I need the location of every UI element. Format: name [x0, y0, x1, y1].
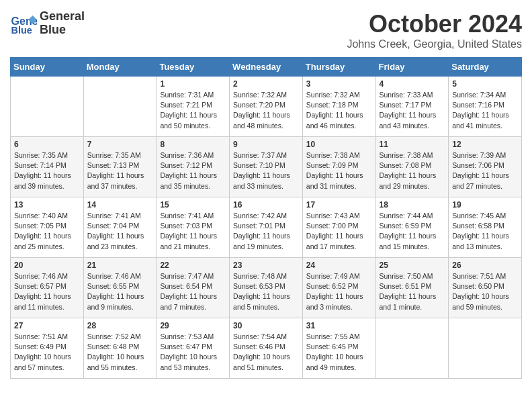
calendar-day-cell: 4Sunrise: 7:33 AM Sunset: 7:17 PM Daylig…: [375, 77, 449, 137]
calendar-day-cell: 5Sunrise: 7:34 AM Sunset: 7:16 PM Daylig…: [449, 77, 522, 137]
day-detail: Sunrise: 7:36 AM Sunset: 7:12 PM Dayligh…: [160, 150, 226, 191]
calendar-day-cell: 31Sunrise: 7:55 AM Sunset: 6:45 PM Dayli…: [302, 318, 375, 379]
calendar-day-cell: 27Sunrise: 7:51 AM Sunset: 6:49 PM Dayli…: [11, 318, 84, 379]
calendar-day-cell: 9Sunrise: 7:37 AM Sunset: 7:10 PM Daylig…: [230, 137, 303, 197]
weekday-label: Monday: [83, 58, 157, 77]
logo-text: General Blue: [40, 10, 85, 37]
day-detail: Sunrise: 7:35 AM Sunset: 7:14 PM Dayligh…: [14, 150, 80, 191]
day-detail: Sunrise: 7:31 AM Sunset: 7:21 PM Dayligh…: [160, 90, 226, 131]
day-detail: Sunrise: 7:52 AM Sunset: 6:48 PM Dayligh…: [87, 332, 153, 373]
day-number: 26: [452, 261, 518, 270]
calendar-day-cell: 24Sunrise: 7:49 AM Sunset: 6:52 PM Dayli…: [302, 258, 375, 318]
weekday-label: Tuesday: [157, 58, 230, 77]
calendar-day-cell: 20Sunrise: 7:46 AM Sunset: 6:57 PM Dayli…: [11, 258, 84, 318]
calendar-day-cell: 30Sunrise: 7:54 AM Sunset: 6:46 PM Dayli…: [230, 318, 303, 379]
calendar-body: 1Sunrise: 7:31 AM Sunset: 7:21 PM Daylig…: [11, 77, 522, 379]
day-number: 16: [233, 200, 299, 210]
calendar-day-cell: 12Sunrise: 7:39 AM Sunset: 7:06 PM Dayli…: [449, 137, 522, 197]
calendar-day-cell: 18Sunrise: 7:44 AM Sunset: 6:59 PM Dayli…: [375, 197, 449, 258]
day-detail: Sunrise: 7:43 AM Sunset: 7:00 PM Dayligh…: [306, 211, 372, 252]
day-number: 20: [14, 261, 80, 270]
weekday-header-row: SundayMondayTuesdayWednesdayThursdayFrid…: [11, 58, 522, 77]
weekday-label: Friday: [375, 58, 449, 77]
day-number: 27: [14, 321, 80, 330]
calendar-subtitle: Johns Creek, Georgia, United States: [347, 38, 522, 50]
calendar-day-cell: 2Sunrise: 7:32 AM Sunset: 7:20 PM Daylig…: [230, 77, 303, 137]
day-detail: Sunrise: 7:42 AM Sunset: 7:01 PM Dayligh…: [233, 211, 299, 252]
day-detail: Sunrise: 7:44 AM Sunset: 6:59 PM Dayligh…: [380, 211, 445, 252]
day-number: 29: [160, 321, 226, 330]
day-detail: Sunrise: 7:37 AM Sunset: 7:10 PM Dayligh…: [233, 150, 299, 191]
weekday-label: Sunday: [11, 58, 84, 77]
day-detail: Sunrise: 7:46 AM Sunset: 6:55 PM Dayligh…: [87, 271, 153, 312]
calendar-day-cell: 26Sunrise: 7:51 AM Sunset: 6:50 PM Dayli…: [449, 258, 522, 318]
day-number: 15: [160, 200, 226, 210]
calendar-day-cell: [449, 318, 522, 379]
day-detail: Sunrise: 7:34 AM Sunset: 7:16 PM Dayligh…: [452, 90, 518, 131]
day-number: 12: [452, 140, 518, 149]
logo: General Blue General Blue: [10, 10, 85, 37]
calendar-day-cell: 15Sunrise: 7:41 AM Sunset: 7:03 PM Dayli…: [157, 197, 230, 258]
calendar-day-cell: [83, 77, 157, 137]
day-number: 30: [233, 321, 299, 330]
day-detail: Sunrise: 7:32 AM Sunset: 7:18 PM Dayligh…: [306, 90, 372, 131]
calendar-table: SundayMondayTuesdayWednesdayThursdayFrid…: [10, 57, 522, 379]
calendar-day-cell: 11Sunrise: 7:38 AM Sunset: 7:08 PM Dayli…: [375, 137, 449, 197]
calendar-week-row: 27Sunrise: 7:51 AM Sunset: 6:49 PM Dayli…: [11, 318, 522, 379]
day-number: 7: [87, 140, 153, 149]
day-number: 13: [14, 200, 80, 210]
day-detail: Sunrise: 7:51 AM Sunset: 6:49 PM Dayligh…: [14, 332, 80, 373]
svg-text:Blue: Blue: [11, 25, 32, 36]
day-number: 17: [306, 200, 372, 210]
day-number: 25: [380, 261, 445, 270]
day-detail: Sunrise: 7:35 AM Sunset: 7:13 PM Dayligh…: [87, 150, 153, 191]
calendar-day-cell: 19Sunrise: 7:45 AM Sunset: 6:58 PM Dayli…: [449, 197, 522, 258]
calendar-week-row: 20Sunrise: 7:46 AM Sunset: 6:57 PM Dayli…: [11, 258, 522, 318]
logo-line2: Blue: [40, 24, 85, 37]
day-number: 11: [380, 140, 445, 149]
calendar-day-cell: 13Sunrise: 7:40 AM Sunset: 7:05 PM Dayli…: [11, 197, 84, 258]
day-number: 31: [306, 321, 372, 330]
calendar-title: October 2024: [347, 10, 522, 38]
calendar-day-cell: [11, 77, 84, 137]
day-detail: Sunrise: 7:51 AM Sunset: 6:50 PM Dayligh…: [452, 271, 518, 312]
day-number: 8: [160, 140, 226, 149]
day-detail: Sunrise: 7:48 AM Sunset: 6:53 PM Dayligh…: [233, 271, 299, 312]
day-number: 9: [233, 140, 299, 149]
calendar-day-cell: 29Sunrise: 7:53 AM Sunset: 6:47 PM Dayli…: [157, 318, 230, 379]
calendar-day-cell: 1Sunrise: 7:31 AM Sunset: 7:21 PM Daylig…: [157, 77, 230, 137]
day-detail: Sunrise: 7:49 AM Sunset: 6:52 PM Dayligh…: [306, 271, 372, 312]
weekday-label: Wednesday: [230, 58, 303, 77]
day-number: 4: [380, 79, 445, 89]
calendar-day-cell: 22Sunrise: 7:47 AM Sunset: 6:54 PM Dayli…: [157, 258, 230, 318]
day-number: 28: [87, 321, 153, 330]
day-detail: Sunrise: 7:53 AM Sunset: 6:47 PM Dayligh…: [160, 332, 226, 373]
logo-icon: General Blue: [10, 10, 37, 37]
calendar-day-cell: 23Sunrise: 7:48 AM Sunset: 6:53 PM Dayli…: [230, 258, 303, 318]
day-detail: Sunrise: 7:45 AM Sunset: 6:58 PM Dayligh…: [452, 211, 518, 252]
calendar-day-cell: 16Sunrise: 7:42 AM Sunset: 7:01 PM Dayli…: [230, 197, 303, 258]
calendar-day-cell: 8Sunrise: 7:36 AM Sunset: 7:12 PM Daylig…: [157, 137, 230, 197]
day-detail: Sunrise: 7:41 AM Sunset: 7:04 PM Dayligh…: [87, 211, 153, 252]
calendar-week-row: 1Sunrise: 7:31 AM Sunset: 7:21 PM Daylig…: [11, 77, 522, 137]
day-detail: Sunrise: 7:41 AM Sunset: 7:03 PM Dayligh…: [160, 211, 226, 252]
weekday-label: Saturday: [449, 58, 522, 77]
day-number: 6: [14, 140, 80, 149]
day-detail: Sunrise: 7:54 AM Sunset: 6:46 PM Dayligh…: [233, 332, 299, 373]
day-detail: Sunrise: 7:38 AM Sunset: 7:09 PM Dayligh…: [306, 150, 372, 191]
calendar-day-cell: 25Sunrise: 7:50 AM Sunset: 6:51 PM Dayli…: [375, 258, 449, 318]
calendar-day-cell: [375, 318, 449, 379]
calendar-day-cell: 28Sunrise: 7:52 AM Sunset: 6:48 PM Dayli…: [83, 318, 157, 379]
calendar-day-cell: 17Sunrise: 7:43 AM Sunset: 7:00 PM Dayli…: [302, 197, 375, 258]
title-block: October 2024 Johns Creek, Georgia, Unite…: [347, 10, 522, 50]
day-number: 19: [452, 200, 518, 210]
day-number: 1: [160, 79, 226, 89]
day-number: 3: [306, 79, 372, 89]
day-detail: Sunrise: 7:32 AM Sunset: 7:20 PM Dayligh…: [233, 90, 299, 131]
calendar-day-cell: 6Sunrise: 7:35 AM Sunset: 7:14 PM Daylig…: [11, 137, 84, 197]
calendar-day-cell: 21Sunrise: 7:46 AM Sunset: 6:55 PM Dayli…: [83, 258, 157, 318]
calendar-day-cell: 10Sunrise: 7:38 AM Sunset: 7:09 PM Dayli…: [302, 137, 375, 197]
calendar-day-cell: 7Sunrise: 7:35 AM Sunset: 7:13 PM Daylig…: [83, 137, 157, 197]
day-number: 10: [306, 140, 372, 149]
logo-line1: General: [40, 10, 85, 24]
